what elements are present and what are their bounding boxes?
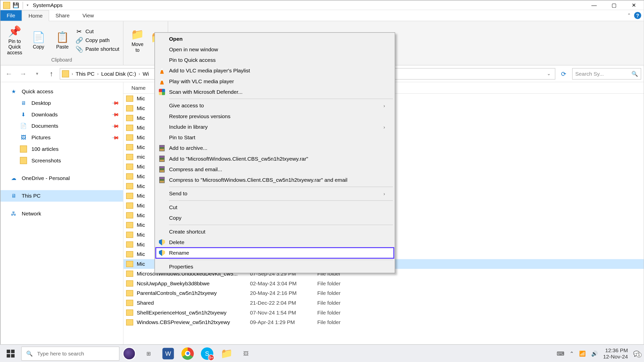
tray-notifications-icon[interactable]: 💬1 [633, 350, 640, 356]
tray-clock[interactable]: 12:36 PM 12-Nov-24 [603, 347, 628, 359]
ctx-send-to[interactable]: Send to› [156, 188, 394, 199]
sidebar-item-documents[interactable]: 📄 Documents 📌 [1, 120, 123, 132]
ctx-properties-label: Properties [169, 263, 193, 270]
ctx-pin-start[interactable]: Pin to Start [156, 132, 394, 143]
file-date: 07-Nov-24 1:54 PM [250, 309, 317, 316]
paste-shortcut-button[interactable]: 📎Paste shortcut [76, 45, 119, 52]
ctx-include-library[interactable]: Include in library› [156, 122, 394, 132]
ribbon-collapse-icon[interactable]: ⌃ [627, 13, 631, 18]
close-button[interactable]: ✕ [624, 0, 644, 10]
taskbar-task-view[interactable]: ⊞ [139, 345, 158, 362]
minimize-button[interactable]: — [584, 0, 604, 10]
move-to-button[interactable]: 📁 Move to [127, 26, 148, 54]
taskbar-chrome[interactable] [178, 345, 197, 362]
breadcrumb-this-pc[interactable]: This PC [74, 71, 96, 77]
tab-view[interactable]: View [76, 10, 100, 21]
ctx-give-access[interactable]: Give access to› [156, 100, 394, 111]
qat-save-icon[interactable]: 💾 [12, 2, 20, 9]
search-input[interactable]: Search Sy... 🔍 [572, 68, 641, 79]
ctx-pin-quick-access[interactable]: Pin to Quick access [156, 55, 394, 65]
ctx-add-rar[interactable]: Add to "MicrosoftWindows.Client.CBS_cw5n… [156, 153, 394, 164]
nav-back-button[interactable]: ← [3, 68, 15, 79]
ctx-delete[interactable]: Delete [156, 237, 394, 248]
ctx-compress-rar-email[interactable]: Compress to "MicrosoftWindows.Client.CBS… [156, 175, 394, 185]
sidebar-item-downloads[interactable]: ⬇ Downloads 📌 [1, 109, 123, 120]
nav-forward-button[interactable]: → [17, 68, 29, 79]
ctx-open[interactable]: Open [156, 34, 394, 44]
tray-overflow-icon[interactable]: ⌃ [570, 350, 574, 356]
sidebar-network-label: Network [22, 210, 41, 217]
sidebar-item-desktop[interactable]: 🖥 Desktop 📌 [1, 97, 123, 109]
shield-icon [158, 249, 166, 256]
breadcrumb-folder[interactable]: Wi [141, 71, 151, 77]
file-row[interactable]: NcsiUwpApp_8wekyb3d8bbwe02-May-24 3:04 P… [124, 279, 644, 288]
address-dropdown-icon[interactable]: ⌄ [544, 71, 553, 76]
nav-up-button[interactable]: ↑ [46, 68, 57, 79]
sidebar-item-articles[interactable]: 100 articles [1, 143, 123, 155]
sidebar-item-network[interactable]: 🖧 Network [1, 208, 123, 219]
copy-button[interactable]: 📄 Copy [28, 29, 49, 51]
pin-icon: 📌 [111, 133, 120, 142]
sidebar-item-quick-access[interactable]: ★ Quick access [1, 86, 123, 97]
folder-icon [126, 134, 133, 141]
tray-keyboard-icon[interactable]: ⌨ [557, 350, 564, 356]
ctx-compress-email[interactable]: Compress and email... [156, 164, 394, 175]
sidebar-item-this-pc[interactable]: 🖥 This PC [1, 190, 123, 202]
ctx-add-archive[interactable]: Add to archive... [156, 143, 394, 153]
taskbar-avatar[interactable] [119, 345, 139, 362]
ctx-defender-scan[interactable]: Scan with Microsoft Defender... [156, 87, 394, 97]
ctx-cut[interactable]: Cut [156, 202, 394, 213]
chrome-icon [181, 347, 194, 359]
pin-quick-access-button[interactable]: 📌 Pin to Quick access [4, 23, 25, 57]
file-name: ShellExperienceHost_cw5n1h2txyewy [137, 309, 250, 316]
ctx-copy[interactable]: Copy [156, 213, 394, 223]
word-icon: W [163, 348, 174, 359]
address-folder-icon [62, 70, 69, 77]
qat-dropdown-icon[interactable]: ▾ [27, 3, 28, 7]
nav-history-dropdown[interactable]: ▾ [31, 68, 43, 79]
photos-icon: 🖼 [243, 350, 249, 356]
file-name: ParentalControls_cw5n1h2txyewy [137, 290, 250, 296]
file-row[interactable]: ParentalControls_cw5n1h2txyewy20-May-24 … [124, 288, 644, 298]
sidebar-item-onedrive[interactable]: ☁ OneDrive - Personal [1, 172, 123, 184]
paste-button[interactable]: 📋 Paste [52, 29, 73, 51]
folder-icon [126, 280, 133, 287]
maximize-button[interactable]: ▢ [604, 0, 624, 10]
tray-volume-icon[interactable]: 🔊 [591, 350, 598, 356]
ctx-open-new-window[interactable]: Open in new window [156, 44, 394, 55]
taskbar-search[interactable]: 🔍 Type here to search [21, 346, 119, 360]
file-row[interactable]: ShellExperienceHost_cw5n1h2txyewy07-Nov-… [124, 308, 644, 318]
ctx-vlc-play-label: Play with VLC media player [169, 78, 234, 84]
ctx-vlc-playlist[interactable]: Add to VLC media player's Playlist [156, 65, 394, 76]
folder-icon [126, 241, 133, 248]
taskbar-explorer[interactable]: 📁 [217, 345, 236, 362]
ctx-rename[interactable]: Rename [156, 248, 394, 258]
sidebar-documents-label: Documents [31, 123, 58, 129]
file-type: File folder [317, 290, 406, 296]
ctx-properties[interactable]: Properties [156, 261, 394, 272]
taskbar-word[interactable]: W [158, 345, 178, 362]
breadcrumb-local-disk[interactable]: Local Disk (C:) [99, 71, 138, 77]
refresh-button[interactable]: ⟳ [558, 68, 570, 79]
tray-wifi-icon[interactable]: 📶 [579, 350, 586, 356]
file-row[interactable]: Shared21-Dec-22 2:04 PMFile folder [124, 298, 644, 308]
defender-icon [158, 88, 166, 96]
start-button[interactable] [0, 345, 21, 362]
sidebar-item-screenshots[interactable]: Screenshots [1, 155, 123, 166]
ctx-create-shortcut[interactable]: Create shortcut [156, 227, 394, 237]
tab-share[interactable]: Share [49, 10, 76, 21]
help-icon[interactable]: ? [634, 12, 641, 19]
ctx-restore-versions[interactable]: Restore previous versions [156, 111, 394, 122]
copy-path-button[interactable]: 🔗Copy path [76, 36, 119, 43]
ctx-vlc-play[interactable]: Play with VLC media player [156, 76, 394, 87]
taskbar-skype[interactable]: S9+ [197, 345, 217, 362]
search-placeholder: Search Sy... [575, 71, 604, 77]
taskbar-photos[interactable]: 🖼 [236, 345, 256, 362]
tab-file[interactable]: File [1, 10, 22, 21]
sidebar-item-pictures[interactable]: 🖼 Pictures 📌 [1, 132, 123, 143]
cut-button[interactable]: ✂Cut [76, 28, 119, 35]
folder-icon [126, 319, 133, 326]
file-row[interactable]: Windows.CBSPreview_cw5n1h2txyewy09-Apr-2… [124, 318, 644, 327]
tab-home[interactable]: Home [22, 10, 49, 21]
file-name: NcsiUwpApp_8wekyb3d8bbwe [137, 280, 250, 287]
